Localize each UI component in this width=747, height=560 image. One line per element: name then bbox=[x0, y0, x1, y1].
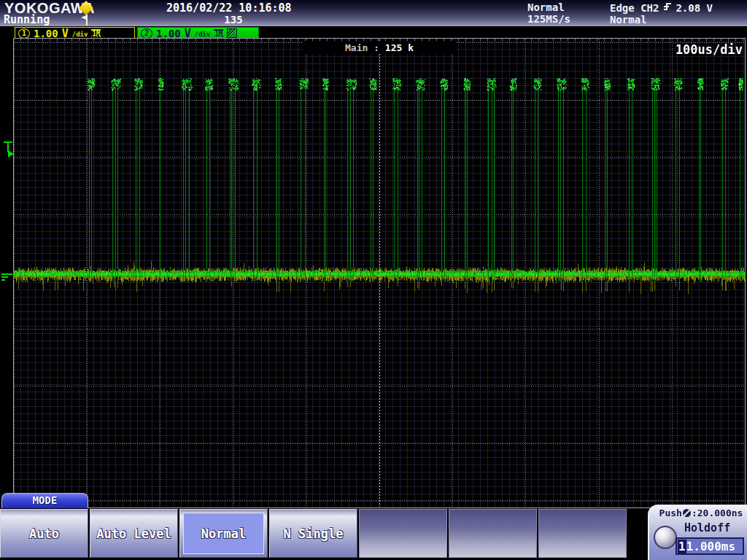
menu-item-empty bbox=[359, 509, 447, 558]
menu-item-label: Auto Level bbox=[96, 526, 171, 541]
acquisition-info: Normal 125MS/s bbox=[527, 1, 570, 25]
rising-edge-icon bbox=[662, 1, 672, 14]
channel1-number-icon: 1 bbox=[18, 28, 30, 39]
holdoff-value-field[interactable]: 1 1.000ms bbox=[676, 537, 744, 555]
record-label: Main bbox=[345, 42, 368, 53]
menu-item-empty bbox=[449, 509, 537, 558]
trigger-mode: Normal bbox=[610, 14, 713, 26]
holdoff-value: 1.000ms bbox=[686, 540, 735, 553]
record-value: 125 k bbox=[385, 42, 414, 53]
channel1-coupling-icon: 1M bbox=[91, 29, 101, 37]
waveform-canvas bbox=[13, 38, 746, 508]
trigger-level: 2.08 V bbox=[676, 2, 713, 14]
trigger-source: Edge CH2 bbox=[610, 2, 659, 14]
timebase-label: 100us/div bbox=[657, 42, 743, 57]
channel2-indicator-icon bbox=[227, 28, 237, 38]
acquisition-count: 135 bbox=[204, 14, 263, 26]
knob-rotate-icon bbox=[683, 509, 691, 517]
header-bar: YOKOGAWA Running 2016/02/22 10:16:08 135… bbox=[0, 0, 747, 26]
push-reset-value: :20.000ns bbox=[692, 508, 743, 518]
menu-item-label: N Single bbox=[284, 526, 344, 541]
trigger-level-marker-icon bbox=[1, 140, 15, 163]
holdoff-digit-cursor: 1 bbox=[678, 540, 686, 553]
record-separator: : bbox=[374, 42, 379, 53]
jog-knob-icon[interactable] bbox=[654, 526, 677, 549]
menu-row: AutoAuto LevelNormalN Single bbox=[0, 509, 747, 558]
acquisition-mode: Normal bbox=[527, 1, 570, 13]
push-label: Push bbox=[659, 508, 682, 518]
menu-item-auto[interactable]: Auto bbox=[0, 509, 88, 558]
menu-item-n-single[interactable]: N Single bbox=[269, 509, 357, 558]
knob-panel: Push :20.000ns Holdoff 1 1.000ms bbox=[648, 505, 747, 560]
trigger-info: Edge CH2 2.08 V Normal bbox=[610, 1, 713, 26]
holdoff-label: Holdoff bbox=[684, 521, 730, 534]
menu-item-label: Auto bbox=[29, 526, 59, 541]
channel2-number-icon: 2 bbox=[141, 28, 152, 39]
ground-level-marker-icon bbox=[0, 268, 13, 287]
waveform-area bbox=[13, 38, 746, 508]
channel2-coupling-icon: 1M bbox=[214, 29, 223, 37]
sample-rate: 125MS/s bbox=[527, 13, 570, 25]
menu-title-tab[interactable]: MODE bbox=[1, 493, 88, 508]
oscilloscope-screen: YOKOGAWA Running 2016/02/22 10:16:08 135… bbox=[0, 0, 747, 560]
menu-item-normal[interactable]: Normal bbox=[179, 509, 268, 558]
record-length-label: Main : 125 k bbox=[303, 42, 456, 54]
acquisition-status: Running bbox=[4, 13, 50, 26]
menu-item-selected-highlight: Normal bbox=[183, 513, 264, 554]
knob-push-hint: Push :20.000ns bbox=[655, 508, 747, 518]
menu-item-empty bbox=[538, 509, 627, 558]
menu-item-label: Normal bbox=[201, 526, 246, 541]
menu-item-auto-level[interactable]: Auto Level bbox=[90, 509, 178, 558]
datetime-label: 2016/02/22 10:16:08 bbox=[166, 1, 292, 15]
